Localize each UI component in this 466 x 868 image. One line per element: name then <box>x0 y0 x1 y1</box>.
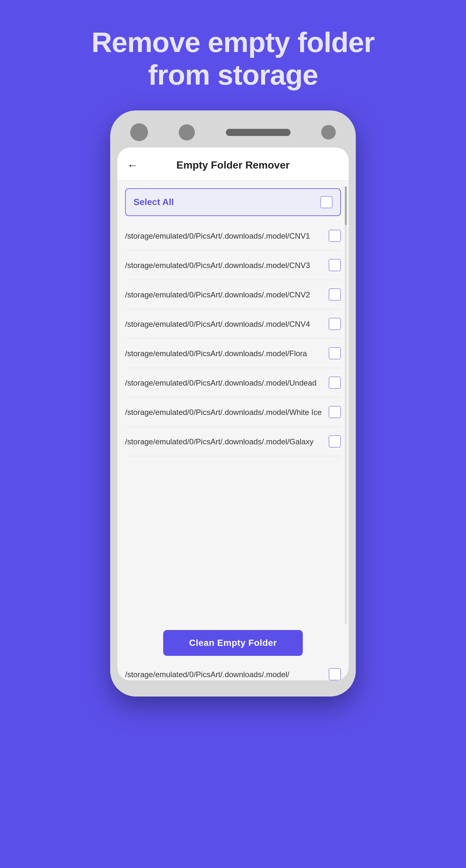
folder-checkbox-0[interactable] <box>329 229 341 242</box>
phone-speaker <box>226 129 291 136</box>
back-button[interactable]: ← <box>127 159 138 172</box>
folder-path: /storage/emulated/0/PicsArt/.downloads/.… <box>125 260 329 271</box>
phone-dot-right <box>321 125 336 140</box>
clean-button-container: Clean Empty Folder <box>117 624 349 665</box>
folder-item[interactable]: /storage/emulated/0/PicsArt/.downloads/.… <box>125 251 341 280</box>
folder-list: /storage/emulated/0/PicsArt/.downloads/.… <box>117 221 349 624</box>
folder-item[interactable]: /storage/emulated/0/PicsArt/.downloads/.… <box>125 368 341 398</box>
folder-item-partial[interactable]: /storage/emulated/0/PicsArt/.downloads/.… <box>117 665 349 680</box>
select-all-label: Select All <box>134 197 174 207</box>
headline-line1: Remove empty folder <box>91 26 375 58</box>
folder-item[interactable]: /storage/emulated/0/PicsArt/.downloads/.… <box>125 427 341 456</box>
folder-checkbox-3[interactable] <box>329 318 341 330</box>
clean-empty-folder-button[interactable]: Clean Empty Folder <box>163 630 303 656</box>
phone-top-bar <box>117 120 349 148</box>
phone-shell: ← Empty Folder Remover Select All /stora… <box>110 111 356 696</box>
scrollbar-track[interactable] <box>345 186 347 629</box>
folder-path: /storage/emulated/0/PicsArt/.downloads/.… <box>125 407 329 418</box>
folder-item[interactable]: /storage/emulated/0/PicsArt/.downloads/.… <box>125 339 341 368</box>
select-all-checkbox[interactable] <box>320 196 332 208</box>
folder-path-partial: /storage/emulated/0/PicsArt/.downloads/.… <box>125 669 329 680</box>
folder-path: /storage/emulated/0/PicsArt/.downloads/.… <box>125 348 329 359</box>
folder-path: /storage/emulated/0/PicsArt/.downloads/.… <box>125 436 329 447</box>
folder-item[interactable]: /storage/emulated/0/PicsArt/.downloads/.… <box>125 280 341 309</box>
folder-item[interactable]: /storage/emulated/0/PicsArt/.downloads/.… <box>125 221 341 251</box>
folder-path: /storage/emulated/0/PicsArt/.downloads/.… <box>125 230 329 242</box>
folder-path: /storage/emulated/0/PicsArt/.downloads/.… <box>125 319 329 330</box>
folder-path: /storage/emulated/0/PicsArt/.downloads/.… <box>125 289 329 300</box>
folder-checkbox-5[interactable] <box>329 376 341 389</box>
app-title: Empty Folder Remover <box>176 159 290 171</box>
phone-screen: ← Empty Folder Remover Select All /stora… <box>117 148 349 680</box>
phone-camera-center <box>179 124 195 141</box>
folder-checkbox-2[interactable] <box>329 288 341 301</box>
headline-line2: from storage <box>148 59 318 91</box>
page-headline: Remove empty folder from storage <box>66 26 400 91</box>
phone-camera-left <box>130 123 148 141</box>
folder-item[interactable]: /storage/emulated/0/PicsArt/.downloads/.… <box>125 398 341 427</box>
app-header: ← Empty Folder Remover <box>117 148 349 181</box>
scrollbar-thumb[interactable] <box>345 186 347 225</box>
folder-path: /storage/emulated/0/PicsArt/.downloads/.… <box>125 377 329 389</box>
folder-checkbox-4[interactable] <box>329 347 341 360</box>
select-all-row[interactable]: Select All <box>125 188 341 216</box>
folder-checkbox-7[interactable] <box>329 435 341 447</box>
folder-item[interactable]: /storage/emulated/0/PicsArt/.downloads/.… <box>125 309 341 339</box>
folder-checkbox-8[interactable] <box>329 668 341 680</box>
folder-checkbox-6[interactable] <box>329 406 341 418</box>
folder-checkbox-1[interactable] <box>329 259 341 271</box>
